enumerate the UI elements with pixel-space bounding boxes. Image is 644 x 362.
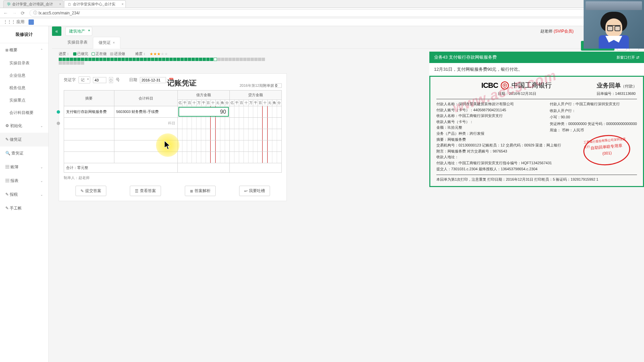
- tab-catalog[interactable]: 实操目录表: [62, 37, 93, 48]
- browser-tabs: 学会计学堂_会计培训_会计× 🗋会计学堂实操中心_会计实×: [0, 0, 644, 8]
- row-marker-icon: [57, 110, 60, 114]
- bookmarks-bar: ⋮⋮⋮ 应用: [0, 18, 644, 26]
- chevron-down-icon: ⌄: [40, 179, 43, 183]
- sidebar: 装修设计 ⊞ 概要⌃ 实操目录表 企业信息 税务信息 实操重点 会计科目概要 ⚙…: [0, 26, 49, 362]
- analysis-button[interactable]: ≣ 答案解析: [185, 186, 216, 196]
- reload-icon[interactable]: ⟳: [21, 10, 26, 16]
- table-row[interactable]: [64, 140, 282, 152]
- row-marker-icon: [57, 122, 60, 125]
- complain-button[interactable]: ↩ 我要吐槽: [239, 186, 270, 196]
- category-dropdown[interactable]: 建筑地产: [65, 27, 92, 36]
- chevron-up-icon: ⌃: [40, 48, 43, 52]
- submit-answer-button[interactable]: ✎ 提交答案: [75, 186, 106, 196]
- icbc-cn-name: 中国工商银行: [512, 81, 552, 90]
- sidebar-group-overview[interactable]: ⊞ 概要⌃: [0, 43, 48, 57]
- back-icon[interactable]: ←: [3, 10, 9, 16]
- top-bar: « 建筑地产 赵老师 (SVIP会员): [49, 26, 644, 36]
- chevron-down-icon: ⌄: [40, 124, 43, 128]
- attach-count-input[interactable]: [275, 83, 282, 88]
- sidebar-collapse-button[interactable]: «: [52, 26, 61, 36]
- debit-amount-input[interactable]: 90: [178, 107, 229, 117]
- panel-description: 12月31日，支付网银服务费90元，银行付讫。: [429, 63, 644, 76]
- progress-bar: [49, 58, 277, 67]
- progress-label: 进度：: [59, 51, 70, 56]
- sidebar-header: 装修设计: [0, 26, 48, 43]
- action-buttons: ✎ 提交答案 ☰ 查看答案 ≣ 答案解析 ↩ 我要吐槽: [64, 186, 282, 196]
- voucher-period: 2016年第12期: [239, 83, 263, 88]
- browser-tab-0[interactable]: 学会计学堂_会计培训_会计×: [3, 0, 63, 8]
- difficulty-stars: ★★★★★: [150, 52, 168, 56]
- chevron-down-icon: ⌄: [40, 165, 43, 169]
- sidebar-group-search[interactable]: 🔍 查凭证: [0, 146, 48, 160]
- table-row[interactable]: 支付银行存款网银服务费 5603003 财务费用-手续费 90: [64, 106, 282, 118]
- close-icon[interactable]: ×: [122, 2, 124, 6]
- inner-tabs: 实操目录表 做凭证×: [52, 36, 644, 49]
- icbc-logo-icon: ㊉: [501, 81, 509, 89]
- sidebar-item-company[interactable]: 企业信息: [0, 69, 48, 82]
- col-credit: 贷方金额: [230, 90, 282, 100]
- content-area: « 建筑地产 赵老师 (SVIP会员) 实操目录表 做凭证× 进度： 已做完 正…: [49, 26, 644, 362]
- voucher-title: 记账凭证: [124, 78, 239, 88]
- close-icon[interactable]: ×: [59, 2, 61, 6]
- col-account: 会计科目: [114, 90, 178, 106]
- sidebar-group-report[interactable]: ▤ 报表⌄: [0, 174, 48, 188]
- sidebar-item-catalog[interactable]: 实操目录表: [0, 57, 48, 69]
- col-summary: 摘要: [64, 90, 114, 106]
- user-info: 赵老师 (SVIP会员): [540, 28, 574, 34]
- voucher-form: 凭证字 记 ▴▾ 号 日期 📅 记账凭证 2016年第12期 附单据 摘要 会计…: [59, 73, 287, 201]
- number-spinner[interactable]: ▴▾: [109, 77, 113, 83]
- sidebar-item-subjects[interactable]: 会计科目概要: [0, 107, 48, 119]
- sidebar-item-tax[interactable]: 税务信息: [0, 82, 48, 94]
- browser-urlbar: ← → ⟳ ⓘlx.acc5.com/main_234/: [0, 8, 644, 18]
- voucher-word-select[interactable]: 记: [78, 76, 90, 83]
- voucher-table: 摘要 会计科目 借方金额 贷方金额 亿千百十万千百十元角分亿千百十万千百十元角分…: [64, 90, 282, 173]
- table-row[interactable]: [64, 129, 282, 140]
- receipt-body: 付款人名称：深圳市景美建筑装饰设计有限公司付款人账号（卡号）：440588790…: [436, 101, 637, 172]
- receipt-footer: 本回单为第1次打印，注意重复 打印日期：2016年12月31日 打印柜员：5 验…: [436, 175, 637, 182]
- sidebar-group-init[interactable]: ⚙ 初始化⌄: [0, 119, 48, 133]
- table-row[interactable]: 科目: [64, 118, 282, 129]
- browser-tab-1[interactable]: 🗋会计学堂实操中心_会计实×: [64, 0, 126, 8]
- total-row: 合计：零元整: [64, 163, 282, 173]
- maker-row: 制单人：赵老师: [64, 175, 282, 180]
- apps-icon[interactable]: ⋮⋮⋮ 应用: [3, 19, 24, 25]
- app-root: 装修设计 ⊞ 概要⌃ 实操目录表 企业信息 税务信息 实操重点 会计科目概要 ⚙…: [0, 26, 644, 362]
- sidebar-group-manual[interactable]: ✎ 手工帐: [0, 201, 48, 215]
- table-row[interactable]: [64, 152, 282, 163]
- receipt-image: www.acc5.com ICBC ㊉ 中国工商银行 业务回单（付款） 日期：2…: [429, 76, 644, 187]
- chevron-down-icon: ⌄: [40, 193, 43, 196]
- sidebar-item-key[interactable]: 实操重点: [0, 94, 48, 107]
- panel-header: 业务43 支付银行存款网银服务费 新窗口打开 ⇄: [429, 52, 644, 63]
- popout-button[interactable]: 新窗口打开 ⇄: [616, 55, 639, 60]
- right-panel: 业务43 支付银行存款网银服务费 新窗口打开 ⇄ 12月31日，支付网银服务费9…: [429, 52, 644, 187]
- sidebar-group-book[interactable]: ▤ 账簿⌄: [0, 160, 48, 174]
- url-input[interactable]: ⓘlx.acc5.com/main_234/: [30, 9, 641, 17]
- webcam-overlay: [584, 0, 644, 49]
- sidebar-group-voucher[interactable]: ✎ 做凭证: [0, 133, 48, 146]
- col-debit: 借方金额: [178, 90, 230, 100]
- view-answer-button[interactable]: ☰ 查看答案: [130, 186, 161, 196]
- bookmark-item[interactable]: [29, 19, 34, 25]
- voucher-number-input[interactable]: [93, 77, 106, 83]
- forward-icon[interactable]: →: [12, 10, 17, 16]
- close-icon[interactable]: ×: [113, 41, 115, 45]
- voucher-attach: 附单据: [263, 83, 282, 88]
- sidebar-group-taxfile[interactable]: ✎ 报税⌄: [0, 188, 48, 201]
- tab-voucher[interactable]: 做凭证×: [93, 37, 120, 49]
- icbc-logo-text: ICBC: [481, 81, 498, 90]
